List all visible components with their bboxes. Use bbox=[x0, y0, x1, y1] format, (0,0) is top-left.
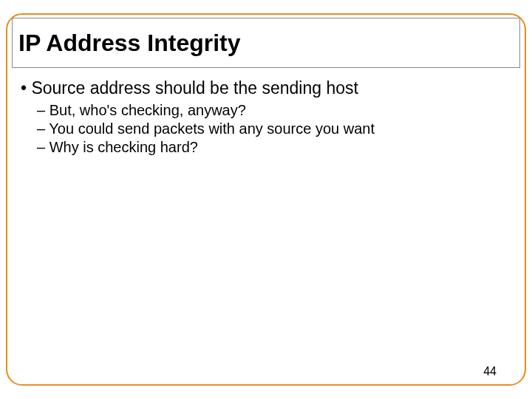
bullet-sub-2: – You could send packets with any source… bbox=[37, 120, 511, 138]
slide-content: • Source address should be the sending h… bbox=[21, 78, 511, 157]
bullet-sub-1: – But, who's checking, anyway? bbox=[37, 101, 511, 120]
page-number: 44 bbox=[483, 365, 497, 378]
title-container: IP Address Integrity bbox=[12, 18, 520, 68]
bullet-main: • Source address should be the sending h… bbox=[21, 78, 511, 98]
bullet-sub-3: – Why is checking hard? bbox=[37, 138, 511, 157]
slide-title: IP Address Integrity bbox=[18, 30, 241, 57]
slide-frame bbox=[6, 13, 526, 386]
